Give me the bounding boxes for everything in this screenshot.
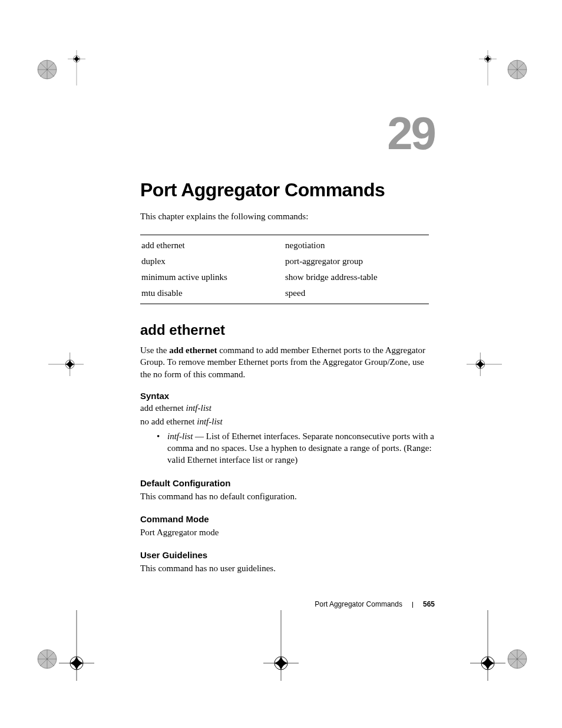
registration-mark-icon [48, 347, 84, 382]
page-footer: Port Aggregator Commands 565 [140, 600, 435, 609]
command-mode-block: Command Mode Port Aggregator mode [140, 514, 435, 538]
svg-marker-72 [481, 660, 488, 667]
table-cell: duplex [141, 254, 284, 269]
svg-marker-73 [488, 660, 494, 667]
table-cell: minimum active uplinks [141, 270, 284, 285]
table-cell: speed [285, 286, 428, 302]
ornament-icon [507, 648, 528, 670]
svg-marker-65 [281, 660, 287, 667]
command-mode-text: Port Aggregator mode [140, 526, 435, 538]
svg-marker-43 [480, 362, 484, 367]
ornament-icon [37, 648, 58, 670]
bullet-item: intf-list — List of Ethernet interfaces.… [157, 430, 435, 466]
syntax-label: Syntax [140, 391, 435, 401]
svg-marker-35 [70, 362, 74, 367]
chapter-number: 29 [140, 107, 435, 160]
default-config-text: This command has no default configuratio… [140, 490, 435, 502]
table-cell: add ethernet [141, 236, 284, 253]
user-guidelines-label: User Guidelines [140, 550, 435, 560]
svg-marker-64 [275, 660, 281, 667]
chapter-title: Port Aggregator Commands [140, 179, 435, 201]
table-cell: negotiation [285, 236, 428, 253]
table-row: duplex port-aggregator group [141, 254, 428, 269]
table-cell: show bridge address-table [285, 270, 428, 285]
ornament-icon [507, 59, 528, 80]
svg-marker-50 [70, 660, 77, 667]
bullet-list: intf-list — List of Ethernet interfaces.… [157, 430, 435, 466]
svg-marker-51 [77, 660, 83, 667]
command-index-table: add ethernet negotiation duplex port-agg… [140, 235, 429, 304]
registration-mark-icon [59, 50, 94, 85]
syntax-line: add ethernet intf-list [140, 403, 435, 413]
page-content: 29 Port Aggregator Commands This chapter… [140, 107, 435, 586]
default-config-label: Default Configuration [140, 478, 435, 488]
footer-title: Port Aggregator Commands [315, 600, 402, 608]
registration-mark-icon [470, 50, 505, 85]
registration-mark-icon [470, 610, 505, 681]
registration-mark-icon [263, 610, 299, 681]
table-cell: mtu disable [141, 286, 284, 302]
footer-separator [412, 602, 413, 608]
svg-marker-34 [65, 362, 70, 367]
syntax-block: Syntax add ethernet intf-list no add eth… [140, 391, 435, 466]
ornament-icon [37, 59, 58, 80]
default-config-block: Default Configuration This command has n… [140, 478, 435, 502]
table-row: minimum active uplinks show bridge addre… [141, 270, 428, 285]
section-description: Use the add ethernet command to add memb… [140, 344, 435, 380]
svg-marker-6 [74, 57, 77, 61]
table-row: add ethernet negotiation [141, 236, 428, 253]
registration-mark-icon [59, 610, 94, 681]
registration-mark-icon [467, 347, 502, 382]
syntax-line: no add ethernet intf-list [140, 417, 435, 427]
svg-marker-21 [488, 57, 491, 61]
svg-marker-42 [476, 362, 480, 367]
svg-marker-7 [77, 57, 80, 61]
section-heading: add ethernet [140, 322, 435, 338]
table-row: mtu disable speed [141, 286, 428, 302]
table-cell: port-aggregator group [285, 254, 428, 269]
command-mode-label: Command Mode [140, 514, 435, 524]
svg-marker-20 [485, 57, 488, 61]
user-guidelines-text: This command has no user guidelines. [140, 562, 435, 574]
footer-page-number: 565 [423, 600, 435, 608]
user-guidelines-block: User Guidelines This command has no user… [140, 550, 435, 574]
chapter-intro: This chapter explains the following comm… [140, 212, 435, 222]
